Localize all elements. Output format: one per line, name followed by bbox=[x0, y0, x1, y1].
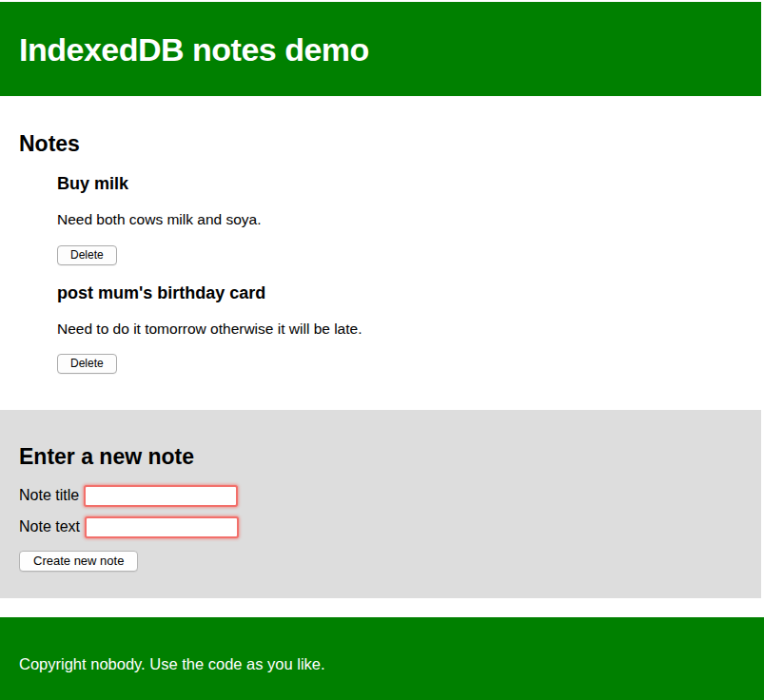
note-text-label: Note text bbox=[19, 518, 80, 535]
app-footer: Copyright nobody. Use the code as you li… bbox=[0, 617, 764, 700]
note-title: post mum's birthday card bbox=[57, 283, 742, 303]
app-header: IndexedDB notes demo bbox=[0, 2, 761, 96]
notes-section: Notes Buy milk Need both cows milk and s… bbox=[0, 96, 761, 374]
notes-list: Buy milk Need both cows milk and soya. D… bbox=[19, 174, 742, 374]
note-title: Buy milk bbox=[57, 174, 742, 194]
note-title-input[interactable] bbox=[84, 485, 238, 507]
note-item: Buy milk Need both cows milk and soya. D… bbox=[57, 174, 742, 265]
delete-note-button[interactable]: Delete bbox=[57, 245, 117, 265]
note-body: Need to do it tomorrow otherwise it will… bbox=[57, 321, 742, 338]
note-title-row: Note title bbox=[19, 485, 742, 507]
note-text-row: Note text bbox=[19, 516, 742, 538]
note-item: post mum's birthday card Need to do it t… bbox=[57, 283, 742, 375]
delete-note-button[interactable]: Delete bbox=[57, 354, 117, 374]
page: IndexedDB notes demo Notes Buy milk Need… bbox=[0, 2, 761, 598]
copyright-text: Copyright nobody. Use the code as you li… bbox=[19, 655, 745, 673]
new-note-heading: Enter a new note bbox=[19, 444, 742, 469]
new-note-form-section: Enter a new note Note title Note text Cr… bbox=[0, 410, 761, 597]
page-title: IndexedDB notes demo bbox=[19, 33, 742, 66]
notes-heading: Notes bbox=[19, 96, 742, 156]
note-body: Need both cows milk and soya. bbox=[57, 211, 742, 228]
note-text-input[interactable] bbox=[85, 516, 239, 538]
new-note-form: Note title Note text Create new note bbox=[19, 485, 742, 572]
note-title-label: Note title bbox=[19, 487, 79, 504]
create-note-button[interactable]: Create new note bbox=[19, 551, 138, 572]
